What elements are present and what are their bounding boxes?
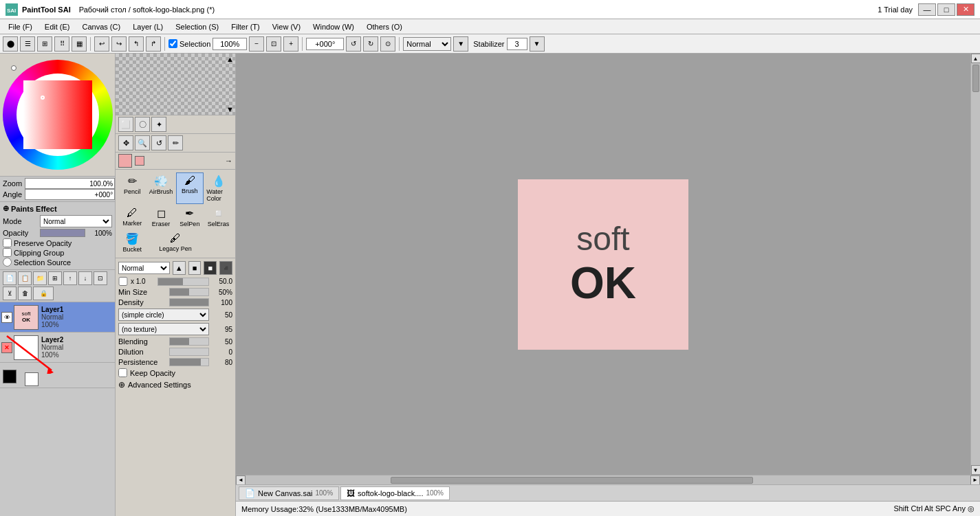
layer-item-2[interactable]: ✕ Layer2 Normal 100% — [0, 333, 115, 363]
hue-indicator[interactable] — [11, 65, 17, 71]
min-size-slider[interactable] — [169, 288, 209, 296]
zoom-minus-btn[interactable]: − — [249, 36, 264, 52]
rotate-reset-btn[interactable]: ⊙ — [380, 36, 395, 52]
hscroll-track[interactable] — [246, 475, 970, 484]
load-layer-btn[interactable]: 📁 — [33, 271, 47, 285]
layer-merge-btn[interactable]: ⊻ — [3, 287, 17, 300]
brush-options-expand-btn[interactable]: → — [225, 157, 232, 165]
layer-2-visibility[interactable]: ✕ — [1, 342, 12, 353]
size-enable-checkbox[interactable] — [118, 277, 128, 286]
blend-mode-btn[interactable]: ▼ — [453, 36, 468, 52]
tool-watercolor[interactable]: 💧 Water Color — [204, 172, 232, 204]
advanced-expand-icon[interactable]: ⊕ — [118, 380, 125, 390]
density-slider[interactable] — [169, 298, 209, 306]
rotate-tool[interactable]: ↺ — [151, 135, 166, 150]
menu-edit[interactable]: Edit (E) — [39, 21, 76, 32]
vscroll-thumb[interactable] — [972, 65, 979, 92]
color-wheel[interactable] — [3, 60, 113, 170]
zoom-tool[interactable]: 🔍 — [135, 135, 150, 150]
opacity-slider[interactable] — [40, 229, 85, 237]
stabilizer-dropdown-btn[interactable]: ▼ — [530, 36, 545, 52]
brush-tip-dark-btn[interactable]: ■ — [204, 261, 217, 275]
toolbar-grid-btn[interactable]: ⊞ — [37, 36, 52, 52]
marquee-lasso-tool[interactable]: 〇 — [135, 117, 150, 132]
brush-tip-flat-btn[interactable]: ■ — [188, 261, 202, 275]
layer-protect-btn[interactable]: 🔒 — [33, 287, 54, 300]
brush-mode-select[interactable]: Normal — [118, 262, 170, 274]
hscroll-left-btn[interactable]: ◄ — [236, 475, 246, 485]
canvas-area[interactable]: soft OK — [236, 54, 970, 475]
texture-select[interactable]: (no texture) — [118, 323, 209, 335]
vscroll-up-btn[interactable]: ▲ — [971, 54, 981, 63]
rotate-ccw-btn[interactable]: ↺ — [346, 36, 361, 52]
toolbar-nav-1[interactable]: ↩ — [94, 36, 109, 52]
mode-select[interactable]: Normal — [40, 215, 112, 227]
maximize-button[interactable]: □ — [937, 3, 955, 16]
hscroll-thumb[interactable] — [391, 477, 753, 484]
vscroll-track[interactable] — [971, 63, 980, 465]
draw-tool[interactable]: ✏ — [168, 135, 183, 150]
tool-legacypen[interactable]: 🖋 Legacy Pen — [147, 230, 204, 255]
layer-delete-btn[interactable]: 🗑 — [18, 287, 32, 300]
keep-opacity-checkbox[interactable] — [118, 368, 127, 377]
tool-seleras[interactable]: ◽ SelEras — [204, 205, 232, 229]
toolbar-color-circle-btn[interactable]: ⬤ — [3, 36, 18, 52]
menu-window[interactable]: Window (W) — [307, 21, 360, 32]
menu-layer[interactable]: Layer (L) — [127, 21, 168, 32]
layer-down-btn[interactable]: ↓ — [78, 271, 92, 285]
rotation-input[interactable] — [306, 38, 344, 50]
horizontal-scrollbar[interactable]: ◄ ► — [236, 475, 980, 484]
move-tool[interactable]: ✥ — [118, 135, 133, 150]
persistence-slider[interactable] — [169, 358, 209, 366]
toolbar-list-btn[interactable]: ☰ — [20, 36, 35, 52]
toolbar-expand-btn[interactable]: ▦ — [72, 36, 87, 52]
clipping-group-checkbox[interactable] — [3, 248, 12, 257]
blending-slider[interactable] — [169, 337, 209, 346]
brush-color-swatch[interactable] — [118, 154, 132, 168]
menu-file[interactable]: File (F) — [3, 21, 38, 32]
marquee-rect-tool[interactable]: ⬜ — [118, 117, 133, 132]
menu-selection[interactable]: Selection (S) — [170, 21, 224, 32]
brush-tip-alt-btn[interactable]: ◾ — [219, 261, 232, 275]
zoom-value-input[interactable] — [25, 178, 115, 189]
minimize-button[interactable]: — — [918, 3, 936, 16]
color-gradient-square[interactable] — [23, 80, 92, 149]
zoom-fit-btn[interactable]: ⊡ — [266, 36, 281, 52]
toolbar-nav-4[interactable]: ↱ — [146, 36, 161, 52]
tab-softok[interactable]: 🖼 softok-logo-black.... 100% — [340, 486, 450, 500]
tab-new-canvas[interactable]: 📄 New Canvas.sai 100% — [239, 486, 339, 500]
dilution-slider[interactable] — [169, 348, 209, 356]
tool-brush[interactable]: 🖌 Brush — [176, 172, 204, 204]
background-swatch[interactable] — [25, 372, 39, 386]
eyedropper-tool[interactable]: ✦ — [151, 117, 166, 132]
brush-color-alt-swatch[interactable] — [135, 156, 144, 166]
selection-checkbox[interactable] — [168, 39, 177, 48]
menu-others[interactable]: Others (O) — [361, 21, 408, 32]
zoom-input[interactable] — [213, 38, 247, 50]
stabilizer-input[interactable] — [507, 38, 527, 50]
new-layer-btn[interactable]: 📄 — [3, 271, 17, 285]
angle-value-input[interactable] — [25, 189, 115, 200]
vscroll-down-btn[interactable]: ▼ — [971, 465, 981, 475]
preview-scroll-up[interactable]: ▲ — [226, 55, 234, 63]
size-slider[interactable] — [157, 278, 209, 286]
tool-bucket[interactable]: 🪣 Bucket — [118, 230, 146, 255]
tool-airbrush[interactable]: 💨 AirBrush — [147, 172, 175, 204]
layer-item-1[interactable]: 👁 softOK Layer1 Normal 100% — [0, 302, 115, 333]
zoom-plus-btn[interactable]: + — [283, 36, 298, 52]
toolbar-dots-btn[interactable]: ⠿ — [54, 36, 69, 52]
hscroll-right-btn[interactable]: ► — [970, 475, 980, 485]
menu-filter[interactable]: Filter (T) — [226, 21, 265, 32]
layer-options-btn[interactable]: ⊞ — [48, 271, 62, 285]
layer-up-btn[interactable]: ↑ — [63, 271, 77, 285]
tool-marker[interactable]: 🖊 Marker — [118, 205, 146, 229]
menu-view[interactable]: View (V) — [267, 21, 306, 32]
toolbar-nav-2[interactable]: ↪ — [111, 36, 127, 52]
layer-1-visibility[interactable]: 👁 — [1, 312, 12, 323]
selection-source-radio[interactable] — [3, 258, 12, 267]
preview-scroll-down[interactable]: ▼ — [226, 105, 234, 113]
layer-copy-btn[interactable]: ⊡ — [94, 271, 107, 285]
brush-tip-round-btn[interactable]: ▲ — [173, 261, 186, 275]
tool-selpen[interactable]: ✒ SelPen — [176, 205, 204, 229]
tool-pencil[interactable]: ✏ Pencil — [118, 172, 146, 204]
